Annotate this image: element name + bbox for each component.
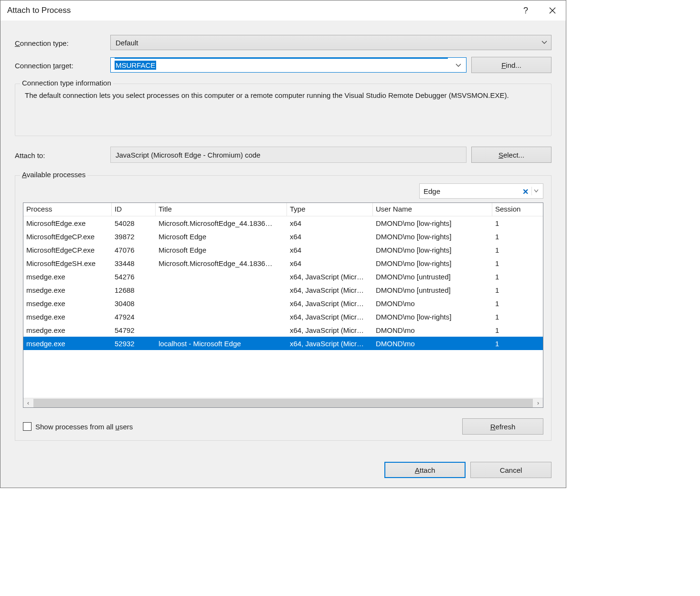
show-all-users-label: Show processes from all users: [35, 423, 133, 431]
table-cell: Microsoft.MicrosoftEdge_44.1836…: [156, 259, 287, 267]
select-button[interactable]: Select...: [471, 147, 552, 163]
table-cell: 12688: [112, 286, 156, 294]
cancel-button[interactable]: Cancel: [470, 462, 552, 478]
connection-info-legend: Connection type information: [20, 79, 113, 87]
process-filter-input[interactable]: Edge ✕: [419, 183, 543, 199]
table-cell: DMOND\mo [low-rights]: [373, 219, 492, 227]
chevron-down-icon[interactable]: [456, 63, 461, 68]
connection-info-group: Connection type information The default …: [15, 84, 552, 136]
table-cell: 1: [492, 219, 543, 227]
table-cell: x64, JavaScript (Micr…: [287, 326, 373, 334]
table-row[interactable]: msedge.exe30408x64, JavaScript (Micr…DMO…: [23, 297, 543, 310]
window-title: Attach to Process: [7, 6, 512, 15]
table-cell: 52932: [112, 340, 156, 348]
table-cell: x64: [287, 233, 373, 241]
find-button[interactable]: Find...: [471, 57, 552, 73]
col-process[interactable]: Process: [23, 203, 112, 216]
dialog-content: Connection type: Default Connection targ…: [0, 21, 566, 449]
table-row[interactable]: msedge.exe54792x64, JavaScript (Micr…DMO…: [23, 323, 543, 337]
table-row[interactable]: MicrosoftEdgeCP.exe39872Microsoft Edgex6…: [23, 230, 543, 243]
attach-button[interactable]: Attach: [384, 462, 466, 478]
table-row[interactable]: msedge.exe47924x64, JavaScript (Micr…DMO…: [23, 310, 543, 323]
attach-to-label: Attach to:: [15, 150, 110, 160]
table-cell: localhost - Microsoft Edge: [156, 340, 287, 348]
process-table: Process ID Title Type User Name Session …: [23, 202, 543, 408]
table-cell: 33448: [112, 259, 156, 267]
connection-target-input[interactable]: MSURFACE: [110, 57, 467, 73]
titlebar: Attach to Process ?: [0, 0, 566, 21]
available-bottom-row: Show processes from all users Refresh: [23, 418, 543, 435]
table-cell: 1: [492, 273, 543, 281]
process-filter-value: Edge: [424, 187, 440, 195]
col-id[interactable]: ID: [112, 203, 156, 216]
table-cell: 1: [492, 259, 543, 267]
table-cell: x64: [287, 219, 373, 227]
table-cell: DMOND\mo: [373, 299, 492, 308]
table-cell: x64: [287, 246, 373, 254]
connection-type-select[interactable]: Default: [110, 35, 552, 50]
scroll-track[interactable]: [33, 399, 533, 407]
connection-target-label: Connection target:: [15, 61, 110, 70]
table-row[interactable]: MicrosoftEdgeCP.exe47076Microsoft Edgex6…: [23, 243, 543, 256]
table-cell: Microsoft Edge: [156, 233, 287, 241]
col-title[interactable]: Title: [156, 203, 287, 216]
table-cell: x64, JavaScript (Micr…: [287, 340, 373, 348]
table-cell: msedge.exe: [23, 273, 112, 281]
show-all-users-checkbox[interactable]: [23, 422, 32, 431]
table-row[interactable]: msedge.exe52932localhost - Microsoft Edg…: [23, 337, 543, 350]
table-row[interactable]: MicrosoftEdge.exe54028Microsoft.Microsof…: [23, 216, 543, 230]
table-cell: Microsoft Edge: [156, 246, 287, 254]
clear-filter-icon[interactable]: ✕: [522, 187, 529, 196]
scroll-right-icon[interactable]: ›: [533, 400, 543, 406]
table-cell: x64, JavaScript (Micr…: [287, 299, 373, 308]
table-cell: DMOND\mo [low-rights]: [373, 233, 492, 241]
focus-indicator: [115, 58, 448, 59]
available-processes-legend: Available processes: [20, 170, 87, 179]
table-cell: x64: [287, 259, 373, 267]
chevron-down-icon: [541, 40, 547, 45]
table-cell: msedge.exe: [23, 340, 112, 348]
attach-to-value: JavaScript (Microsoft Edge - Chromium) c…: [116, 151, 260, 159]
table-cell: 54276: [112, 273, 156, 281]
close-button[interactable]: [539, 0, 566, 21]
table-cell: DMOND\mo [untrusted]: [373, 286, 492, 294]
table-cell: 1: [492, 286, 543, 294]
table-cell: 1: [492, 340, 543, 348]
table-cell: DMOND\mo: [373, 326, 492, 334]
table-header: Process ID Title Type User Name Session: [23, 203, 543, 216]
table-cell: DMOND\mo [low-rights]: [373, 313, 492, 321]
col-user[interactable]: User Name: [373, 203, 492, 216]
table-cell: msedge.exe: [23, 299, 112, 308]
table-cell: DMOND\mo [low-rights]: [373, 246, 492, 254]
refresh-button[interactable]: Refresh: [462, 418, 543, 435]
connection-type-row: Connection type: Default: [15, 35, 552, 50]
table-cell: 1: [492, 326, 543, 334]
available-processes-group: Available processes Edge ✕ Process ID Ti…: [15, 175, 552, 441]
table-row[interactable]: msedge.exe54276x64, JavaScript (Micr…DMO…: [23, 270, 543, 283]
table-cell: 1: [492, 246, 543, 254]
connection-type-value: Default: [116, 39, 138, 47]
table-cell: MicrosoftEdgeCP.exe: [23, 233, 112, 241]
table-body: MicrosoftEdge.exe54028Microsoft.Microsof…: [23, 216, 543, 398]
col-session[interactable]: Session: [492, 203, 543, 216]
help-button[interactable]: ?: [512, 0, 539, 21]
table-cell: msedge.exe: [23, 326, 112, 334]
filter-row: Edge ✕: [23, 183, 543, 199]
scroll-left-icon[interactable]: ‹: [23, 400, 33, 406]
connection-type-label: Connection type:: [15, 38, 110, 47]
table-cell: DMOND\mo [untrusted]: [373, 273, 492, 281]
table-cell: MicrosoftEdge.exe: [23, 219, 112, 227]
table-cell: 30408: [112, 299, 156, 308]
attach-to-process-dialog: Attach to Process ? Connection type: Def…: [0, 0, 566, 488]
table-cell: msedge.exe: [23, 313, 112, 321]
chevron-down-icon[interactable]: [531, 187, 540, 195]
table-row[interactable]: MicrosoftEdgeSH.exe33448Microsoft.Micros…: [23, 256, 543, 270]
table-cell: x64, JavaScript (Micr…: [287, 273, 373, 281]
col-type[interactable]: Type: [287, 203, 373, 216]
table-cell: DMOND\mo [low-rights]: [373, 259, 492, 267]
horizontal-scrollbar[interactable]: ‹ ›: [23, 398, 543, 407]
table-cell: Microsoft.MicrosoftEdge_44.1836…: [156, 219, 287, 227]
table-row[interactable]: msedge.exe12688x64, JavaScript (Micr…DMO…: [23, 283, 543, 297]
table-cell: 1: [492, 313, 543, 321]
connection-target-value: MSURFACE: [115, 61, 156, 70]
